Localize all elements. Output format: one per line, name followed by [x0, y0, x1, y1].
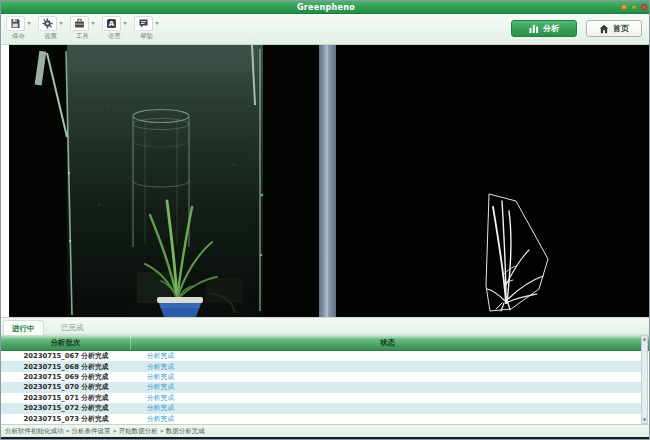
status-link[interactable]: 分析完成: [131, 382, 174, 392]
table-row[interactable]: 20230715_072 分析完成 分析完成: [1, 403, 644, 413]
status-link[interactable]: 分析完成: [131, 414, 174, 424]
language-icon: A: [106, 18, 117, 29]
home-button[interactable]: 首页: [586, 20, 642, 37]
batch-table: 20230715_067 分析完成 分析完成 20230715_068 分析完成…: [1, 351, 644, 424]
batch-cell: 20230715_069 分析完成: [1, 372, 131, 382]
scroll-down-icon[interactable]: ▼: [642, 417, 647, 423]
status-bar-text: 分析软件初始化成功 » 分析条件设置 » 开始数据分析 » 数据分析完成: [5, 427, 205, 435]
batch-cell: 20230715_067 分析完成: [1, 351, 131, 361]
help-label: 帮助: [140, 32, 152, 41]
save-menu-button[interactable]: 保存: [5, 16, 32, 41]
table-row[interactable]: 20230715_069 分析完成 分析完成: [1, 372, 644, 382]
status-link[interactable]: 分析完成: [131, 403, 174, 413]
batch-cell: 20230715_071 分析完成: [1, 393, 131, 403]
tab-completed[interactable]: 已完成: [53, 320, 92, 336]
chevron-down-icon: [59, 22, 63, 25]
camera-image-panel: [9, 45, 319, 317]
tools-label: 工具: [76, 32, 88, 41]
batch-cell: 20230715_070 分析完成: [1, 382, 131, 392]
table-scrollbar[interactable]: ▲ ▼: [641, 335, 648, 424]
toolbar-button-group: 保存 设置 工具: [5, 16, 160, 41]
settings-menu-button[interactable]: 设置: [37, 16, 64, 41]
chart-icon: [529, 24, 539, 33]
tab-in-progress[interactable]: 进行中: [3, 320, 44, 336]
chevron-down-icon: [91, 22, 95, 25]
chevron-down-icon: [155, 22, 159, 25]
batch-cell: 20230715_068 分析完成: [1, 362, 131, 372]
segmentation-panel: [336, 45, 649, 317]
chevron-down-icon: [123, 22, 127, 25]
table-header: 分析批次 状态: [1, 335, 650, 351]
plant-skeleton-image: [336, 45, 649, 317]
language-label: 语言: [108, 32, 120, 41]
status-link[interactable]: 分析完成: [131, 372, 174, 382]
title-bar: Greenpheno: [1, 1, 650, 14]
save-icon: [10, 18, 21, 29]
tools-menu-button[interactable]: 工具: [69, 16, 96, 41]
home-button-label: 首页: [613, 23, 629, 34]
window-controls: [621, 4, 647, 10]
table-row[interactable]: 20230715_070 分析完成 分析完成: [1, 382, 644, 392]
table-row[interactable]: 20230715_071 分析完成 分析完成: [1, 393, 644, 403]
table-row[interactable]: 20230715_073 分析完成 分析完成: [1, 414, 644, 424]
image-viewer-area: [1, 45, 650, 317]
help-menu-button[interactable]: 帮助: [133, 16, 160, 41]
svg-text:A: A: [109, 20, 115, 28]
plant-photo: [9, 45, 319, 317]
batch-cell: 20230715_072 分析完成: [1, 403, 131, 413]
table-row[interactable]: 20230715_068 分析完成 分析完成: [1, 361, 644, 371]
panel-splitter[interactable]: [319, 45, 336, 317]
status-bar: 分析软件初始化成功 » 分析条件设置 » 开始数据分析 » 数据分析完成: [1, 424, 650, 437]
status-link[interactable]: 分析完成: [131, 351, 174, 361]
chevron-down-icon: [27, 22, 31, 25]
table-row[interactable]: 20230715_067 分析完成 分析完成: [1, 351, 644, 361]
analyze-button[interactable]: 分析: [511, 20, 577, 37]
gear-icon: [42, 18, 53, 29]
settings-label: 设置: [44, 32, 56, 41]
toolbox-icon: [74, 18, 85, 29]
language-menu-button[interactable]: A 语言: [101, 16, 128, 41]
status-link[interactable]: 分析完成: [131, 393, 174, 403]
minimize-button[interactable]: [621, 4, 627, 10]
analyze-button-label: 分析: [543, 23, 559, 34]
app-window: Greenpheno 保存: [0, 0, 650, 440]
home-icon: [599, 24, 609, 34]
batch-cell: 20230715_073 分析完成: [1, 414, 131, 424]
scroll-up-icon[interactable]: ▲: [642, 336, 647, 342]
column-header-status[interactable]: 状态: [131, 335, 644, 350]
status-link[interactable]: 分析完成: [131, 362, 174, 372]
save-label: 保存: [12, 32, 24, 41]
app-title: Greenpheno: [1, 1, 650, 14]
close-button[interactable]: [641, 4, 647, 10]
task-tabbar: 进行中 已完成: [1, 317, 650, 335]
help-icon: [138, 18, 149, 29]
column-header-batch[interactable]: 分析批次: [1, 335, 131, 350]
maximize-button[interactable]: [631, 4, 637, 10]
toolbar: 保存 设置 工具: [1, 14, 650, 45]
